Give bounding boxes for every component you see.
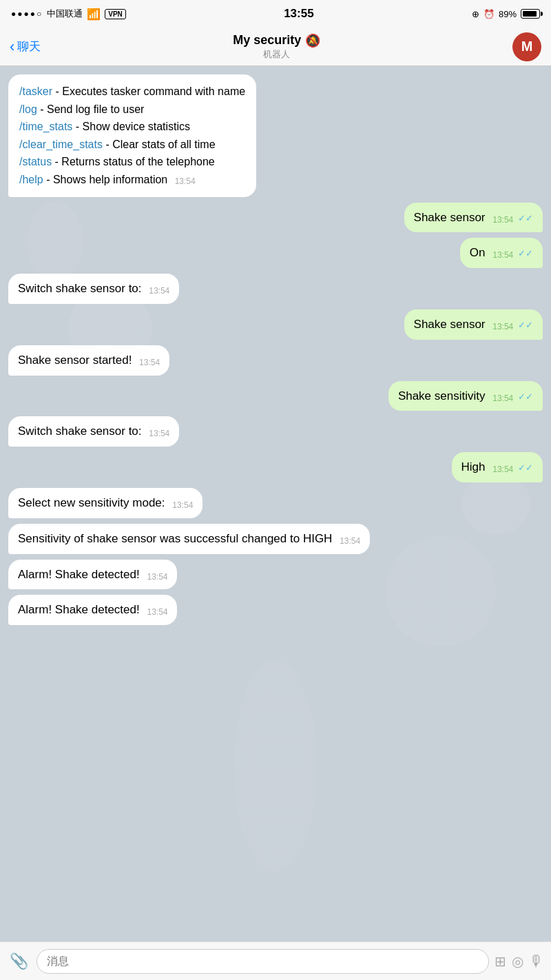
msg10-time: 13:54	[172, 500, 193, 511]
emoji-icon[interactable]: ⊞	[495, 953, 506, 970]
message-row: Select new sensitivity mode: 13:54	[8, 488, 543, 518]
cmd-desc-help: - Shows help information	[43, 174, 168, 185]
message-row: Switch shake sensor to: 13:54	[8, 274, 543, 304]
msg13-time: 13:54	[147, 606, 167, 618]
bubble-outgoing: Shake sensor 13:54 ✓✓	[404, 309, 543, 340]
msg13-text: Alarm! Shake detected!	[18, 603, 140, 616]
cmd-desc-status: - Returns status of the telephone	[52, 156, 215, 167]
nav-bar: ‹ 聊天 My security 🔕 机器人 M	[0, 28, 551, 66]
message-row: High 13:54 ✓✓	[8, 452, 543, 482]
msg2-checks: ✓✓	[518, 213, 533, 223]
msg9-checks: ✓✓	[518, 462, 533, 473]
alarm-icon: ⏰	[484, 9, 495, 19]
msg4-text: Switch shake sensor to:	[18, 282, 142, 295]
bubble-incoming: Sensitivity of shake sensor was successf…	[8, 524, 370, 554]
back-button[interactable]: ‹ 聊天	[10, 38, 41, 56]
cmd-desc-log: - Send log file to user	[37, 103, 145, 115]
chat-name: My security	[233, 33, 301, 48]
battery-icon	[521, 9, 540, 19]
bubble-incoming: Alarm! Shake detected! 13:54	[8, 560, 177, 590]
bubble-outgoing: Shake sensor 13:54 ✓✓	[404, 203, 543, 233]
status-bar: ●●●●○ 中国联通 📶 VPN 13:55 ⊕ ⏰ 89%	[0, 0, 551, 28]
msg8-text: Switch shake sensor to:	[18, 425, 142, 438]
cmd-link-log[interactable]: /log	[19, 103, 37, 115]
cmd-link-help[interactable]: /help	[19, 174, 43, 185]
bubble-incoming: Switch shake sensor to: 13:54	[8, 416, 179, 447]
signal-dots: ●●●●○	[11, 9, 43, 19]
msg12-time: 13:54	[147, 571, 167, 583]
cmd-link-status[interactable]: /status	[19, 156, 52, 167]
chevron-left-icon: ‹	[10, 38, 14, 56]
msg7-checks: ✓✓	[518, 391, 533, 402]
chat-title: My security 🔕 机器人	[233, 33, 320, 61]
msg8-time: 13:54	[149, 428, 169, 440]
msg12-text: Alarm! Shake detected!	[18, 568, 140, 581]
msg4-time: 13:54	[149, 285, 169, 297]
msg6-text: Shake sensor started!	[18, 354, 132, 367]
message-row: Sensitivity of shake sensor was successf…	[8, 524, 543, 554]
input-bar: 📎 ⊞ ◎ 🎙	[0, 941, 551, 980]
msg2-text: Shake sensor	[414, 211, 486, 224]
message-row: Alarm! Shake detected! 13:54	[8, 560, 543, 590]
bubble-outgoing: Shake sensitivity 13:54 ✓✓	[388, 381, 543, 411]
msg3-time: 13:54	[492, 249, 513, 261]
chat-subtitle: 机器人	[233, 48, 320, 61]
cmd-link-timestats[interactable]: /time_stats	[19, 121, 72, 132]
msg2-time: 13:54	[492, 214, 513, 226]
cmd-desc-tasker: - Executes tasker command with name	[52, 85, 245, 97]
battery-pct: 89%	[499, 9, 517, 19]
bubble-incoming: Shake sensor started! 13:54	[8, 345, 169, 376]
mute-icon: 🔕	[305, 33, 320, 48]
msg5-checks: ✓✓	[518, 320, 533, 330]
message-row: Shake sensor 13:54 ✓✓	[8, 203, 543, 233]
message-input[interactable]	[37, 949, 489, 974]
message-row: Shake sensor 13:54 ✓✓	[8, 309, 543, 340]
chat-area: /tasker - Executes tasker command with n…	[0, 66, 551, 941]
mic-icon[interactable]: 🎙	[529, 952, 544, 970]
msg5-time: 13:54	[492, 321, 513, 333]
message-row: Shake sensor started! 13:54	[8, 345, 543, 376]
vpn-badge: VPN	[105, 9, 126, 19]
attach-icon[interactable]: 📎	[7, 950, 31, 973]
location-icon: ⊕	[472, 9, 479, 19]
msg9-text: High	[461, 460, 486, 473]
cmd-desc-timestats: - Show device statistics	[72, 121, 190, 132]
msg5-text: Shake sensor	[414, 318, 486, 331]
msg10-text: Select new sensitivity mode:	[18, 496, 165, 509]
status-left: ●●●●○ 中国联通 📶 VPN	[11, 8, 126, 21]
msg6-time: 13:54	[139, 357, 160, 369]
message-row: /tasker - Executes tasker command with n…	[8, 74, 543, 197]
bubble-outgoing: On 13:54 ✓✓	[460, 238, 543, 268]
sticker-icon[interactable]: ◎	[512, 953, 523, 970]
status-right: ⊕ ⏰ 89%	[472, 9, 540, 19]
msg3-text: On	[470, 246, 486, 259]
msg7-text: Shake sensitivity	[398, 389, 486, 402]
battery-fill	[523, 11, 537, 17]
chat-title-main: My security 🔕	[233, 33, 320, 48]
msg3-checks: ✓✓	[518, 248, 533, 258]
bubble-incoming: Alarm! Shake detected! 13:54	[8, 595, 177, 625]
cmd-desc-cleartimestats: - Clear stats of all time	[103, 139, 216, 150]
avatar-letter: M	[521, 39, 533, 54]
status-time: 13:55	[284, 7, 313, 21]
cmd-link-tasker[interactable]: /tasker	[19, 85, 52, 97]
msg9-time: 13:54	[492, 464, 513, 476]
message-row: Shake sensitivity 13:54 ✓✓	[8, 381, 543, 411]
back-label: 聊天	[17, 39, 41, 54]
msg11-text: Sensitivity of shake sensor was successf…	[18, 532, 332, 545]
bubble-incoming: Switch shake sensor to: 13:54	[8, 274, 179, 304]
message-row: Switch shake sensor to: 13:54	[8, 416, 543, 447]
msg11-time: 13:54	[340, 535, 360, 547]
carrier-label: 中国联通	[47, 8, 83, 20]
wifi-icon: 📶	[87, 8, 101, 21]
message-row: On 13:54 ✓✓	[8, 238, 543, 268]
bubble-incoming: Select new sensitivity mode: 13:54	[8, 488, 202, 518]
bubble-outgoing: High 13:54 ✓✓	[452, 452, 543, 482]
msg1-time: 13:54	[175, 175, 196, 188]
command-bubble: /tasker - Executes tasker command with n…	[8, 74, 256, 197]
message-row: Alarm! Shake detected! 13:54	[8, 595, 543, 625]
avatar[interactable]: M	[512, 32, 541, 61]
cmd-link-cleartimestats[interactable]: /clear_time_stats	[19, 139, 103, 150]
msg7-time: 13:54	[492, 393, 513, 405]
